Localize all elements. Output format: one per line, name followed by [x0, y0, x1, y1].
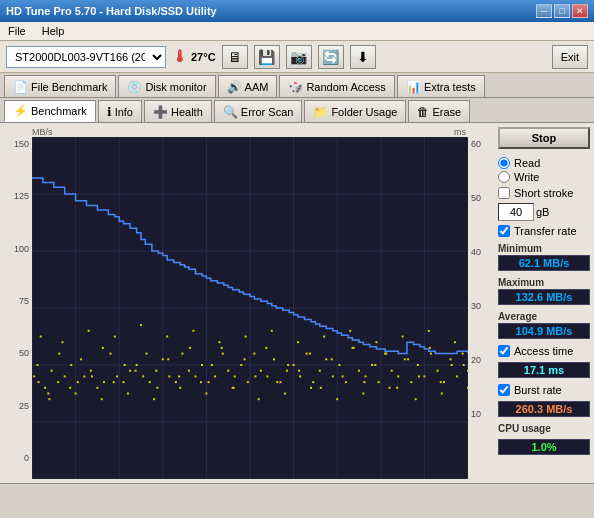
tab-random-access[interactable]: 🎲 Random Access [279, 75, 394, 97]
temperature-value: 27°C [191, 51, 216, 63]
toolbar-btn-2[interactable]: 💾 [254, 45, 280, 69]
burst-rate-checkbox[interactable] [498, 384, 510, 396]
y-right-tick-40: 40 [471, 247, 481, 257]
tab-disk-monitor[interactable]: 💿 Disk monitor [118, 75, 215, 97]
menu-file[interactable]: File [4, 24, 30, 38]
toolbar-btn-5[interactable]: ⬇ [350, 45, 376, 69]
read-write-options: Read Write [498, 157, 590, 183]
minimize-button[interactable]: ─ [536, 4, 552, 18]
read-option[interactable]: Read [498, 157, 590, 169]
extra-tests-icon: 📊 [406, 80, 421, 94]
toolbar-btn-4[interactable]: 🔄 [318, 45, 344, 69]
access-time-value: 17.1 ms [498, 362, 590, 378]
erase-icon: 🗑 [417, 105, 429, 119]
maximum-value: 132.6 MB/s [498, 289, 590, 305]
window-controls: ─ □ ✕ [536, 4, 588, 18]
maximize-button[interactable]: □ [554, 4, 570, 18]
y-right-tick-10: 10 [471, 409, 481, 419]
y-tick-0: 0 [24, 453, 29, 463]
write-radio[interactable] [498, 171, 510, 183]
tabs-row-2: ⚡ Benchmark ℹ Info ➕ Health 🔍 Error Scan… [0, 98, 594, 123]
average-stat: Average 104.9 MB/s [498, 311, 590, 339]
maximum-stat: Maximum 132.6 MB/s [498, 277, 590, 305]
close-button[interactable]: ✕ [572, 4, 588, 18]
menu-bar: File Help [0, 22, 594, 41]
minimum-value: 62.1 MB/s [498, 255, 590, 271]
y-right-tick-30: 30 [471, 301, 481, 311]
transfer-rate-checkbox[interactable] [498, 225, 510, 237]
menu-help[interactable]: Help [38, 24, 69, 38]
y-tick-50: 50 [19, 348, 29, 358]
tab-health[interactable]: ➕ Health [144, 100, 212, 122]
cpu-usage-value: 1.0% [498, 439, 590, 455]
read-radio[interactable] [498, 157, 510, 169]
short-stroke-value[interactable] [498, 203, 534, 221]
burst-rate-option[interactable]: Burst rate [498, 384, 590, 396]
tab-benchmark[interactable]: ⚡ Benchmark [4, 100, 96, 122]
status-bar [0, 483, 594, 499]
file-benchmark-icon: 📄 [13, 80, 28, 94]
app-title: HD Tune Pro 5.70 - Hard Disk/SSD Utility [6, 5, 217, 17]
short-stroke-option[interactable]: Short stroke [498, 187, 590, 199]
tab-aam[interactable]: 🔊 AAM [218, 75, 278, 97]
temperature-display: 🌡 27°C [172, 48, 216, 66]
toolbar-btn-3[interactable]: 📷 [286, 45, 312, 69]
health-icon: ➕ [153, 105, 168, 119]
access-time-option[interactable]: Access time [498, 345, 590, 357]
write-option[interactable]: Write [498, 171, 590, 183]
short-stroke-unit: gB [536, 206, 549, 218]
exit-button[interactable]: Exit [552, 45, 588, 69]
y-tick-150: 150 [14, 139, 29, 149]
tab-info[interactable]: ℹ Info [98, 100, 142, 122]
y-right-label: ms [454, 127, 466, 137]
tabs-row-1: 📄 File Benchmark 💿 Disk monitor 🔊 AAM 🎲 … [0, 73, 594, 98]
transfer-rate-option[interactable]: Transfer rate [498, 225, 590, 237]
y-right-tick-20: 20 [471, 355, 481, 365]
average-value: 104.9 MB/s [498, 323, 590, 339]
error-scan-icon: 🔍 [223, 105, 238, 119]
tab-file-benchmark[interactable]: 📄 File Benchmark [4, 75, 116, 97]
tab-folder-usage[interactable]: 📁 Folder Usage [304, 100, 406, 122]
right-panel: Stop Read Write Short stroke gB Transfer… [494, 123, 594, 483]
aam-icon: 🔊 [227, 80, 242, 94]
tab-error-scan[interactable]: 🔍 Error Scan [214, 100, 303, 122]
short-stroke-spinbox-row: gB [498, 203, 590, 221]
burst-rate-value: 260.3 MB/s [498, 401, 590, 417]
stop-button[interactable]: Stop [498, 127, 590, 149]
cpu-usage-label: CPU usage [498, 423, 590, 434]
tab-erase[interactable]: 🗑 Erase [408, 100, 470, 122]
title-bar: HD Tune Pro 5.70 - Hard Disk/SSD Utility… [0, 0, 594, 22]
toolbar: ST2000DL003-9VT166 (2000 gB) 🌡 27°C 🖥 💾 … [0, 41, 594, 73]
short-stroke-checkbox[interactable] [498, 187, 510, 199]
access-time-checkbox[interactable] [498, 345, 510, 357]
random-access-icon: 🎲 [288, 80, 303, 94]
tab-extra-tests[interactable]: 📊 Extra tests [397, 75, 485, 97]
toolbar-btn-1[interactable]: 🖥 [222, 45, 248, 69]
info-icon: ℹ [107, 105, 112, 119]
drive-selector[interactable]: ST2000DL003-9VT166 (2000 gB) [6, 46, 166, 68]
y-tick-100: 100 [14, 244, 29, 254]
benchmark-icon: ⚡ [13, 104, 28, 118]
benchmark-chart [32, 137, 468, 479]
main-content: MB/s ms 150 125 100 75 50 25 0 0 200 [0, 123, 594, 483]
y-left-label: MB/s [32, 127, 53, 137]
minimum-stat: Minimum 62.1 MB/s [498, 243, 590, 271]
thermometer-icon: 🌡 [172, 48, 188, 66]
folder-usage-icon: 📁 [313, 105, 328, 119]
y-tick-75: 75 [19, 296, 29, 306]
y-right-tick-60: 60 [471, 139, 481, 149]
y-tick-125: 125 [14, 191, 29, 201]
disk-monitor-icon: 💿 [127, 80, 142, 94]
y-right-tick-50: 50 [471, 193, 481, 203]
y-tick-25: 25 [19, 401, 29, 411]
